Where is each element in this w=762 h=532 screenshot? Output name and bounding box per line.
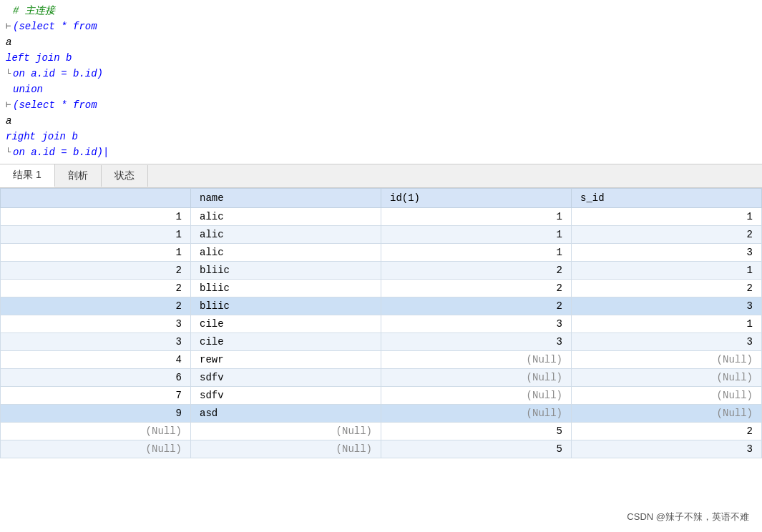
table-row: 2bliic23 [1,297,762,315]
cell-id1: 5 [381,440,572,458]
code-line-2: a [0,34,762,50]
cell-sid: 3 [572,440,762,458]
tab-analyze[interactable]: 剖析 [55,165,102,187]
cell-name: rewr [191,351,381,369]
cell-name: (Null) [191,440,381,458]
col-header-id1: id(1) [381,189,572,208]
code-line-6: a [0,113,762,129]
cell-id: 3 [1,333,191,351]
col-header-name: name [191,189,381,208]
cell-name: bliic [191,280,381,297]
col-header-rownum [1,189,191,208]
code-line-7: right join b [0,129,762,144]
cell-id: 3 [1,315,191,333]
table-row: 1alic13 [1,244,762,262]
cell-name: cile [191,333,381,351]
code-line-5: ⊢ (select * from [0,97,762,113]
table-row: 3cile33 [1,333,762,351]
table-header-row: name id(1) s_id [1,189,762,208]
cell-id: 2 [1,297,191,315]
code-line-union: union [0,82,762,97]
code-editor[interactable]: # 主连接 ⊢ (select * from a left join b └ o… [0,0,762,164]
cell-sid: (Null) [572,369,762,387]
table-row: 6sdfv(Null)(Null) [1,369,762,387]
cell-id1: 3 [381,315,572,333]
cell-sid: (Null) [572,351,762,369]
table-row: 2bliic21 [1,262,762,280]
cell-sid: (Null) [572,405,762,423]
cell-id: 1 [1,244,191,262]
cell-id1: (Null) [381,387,572,405]
cell-sid: 1 [572,208,762,226]
cell-id1: 5 [381,423,572,440]
cell-id: 1 [1,226,191,244]
cell-id: (Null) [1,423,191,440]
results-area: name id(1) s_id 1alic111alic121alic132bl… [0,188,762,458]
code-line-8: └ on a.id = b.id)| [0,144,762,160]
cell-id1: 1 [381,226,572,244]
cell-id: 6 [1,369,191,387]
cell-name: asd [191,405,381,423]
code-line-comment: # 主连接 [0,3,762,19]
cell-sid: (Null) [572,387,762,405]
cell-id: 2 [1,262,191,280]
cell-id1: (Null) [381,369,572,387]
table-row: 9asd(Null)(Null) [1,405,762,423]
cell-name: sdfv [191,369,381,387]
cell-id: 4 [1,351,191,369]
cell-sid: 2 [572,423,762,440]
tab-results[interactable]: 结果 1 [0,164,55,187]
cell-name: (Null) [191,423,381,440]
cell-sid: 3 [572,333,762,351]
cell-sid: 3 [572,297,762,315]
cell-name: bliic [191,297,381,315]
cell-name: alic [191,208,381,226]
cell-name: bliic [191,262,381,280]
cell-name: alic [191,226,381,244]
cell-id1: (Null) [381,405,572,423]
cell-id: 7 [1,387,191,405]
cell-id: 9 [1,405,191,423]
cell-id1: (Null) [381,351,572,369]
cell-name: cile [191,315,381,333]
cell-sid: 2 [572,280,762,297]
cell-sid: 3 [572,244,762,262]
table-row: 1alic11 [1,208,762,226]
tabs-bar: 结果 1 剖析 状态 [0,164,762,188]
table-row: 7sdfv(Null)(Null) [1,387,762,405]
table-row: 3cile31 [1,315,762,333]
cell-name: alic [191,244,381,262]
cell-id1: 1 [381,244,572,262]
cell-id: 1 [1,208,191,226]
code-line-1: ⊢ (select * from [0,19,762,34]
table-row: (Null)(Null)52 [1,423,762,440]
cell-id: (Null) [1,440,191,458]
cell-id1: 2 [381,280,572,297]
code-line-3: left join b [0,50,762,66]
cell-id1: 3 [381,333,572,351]
results-table: name id(1) s_id 1alic111alic121alic132bl… [0,188,762,458]
cell-sid: 2 [572,226,762,244]
code-line-4: └ on a.id = b.id) [0,66,762,82]
table-row: (Null)(Null)53 [1,440,762,458]
cell-id1: 2 [381,297,572,315]
col-header-sid: s_id [572,189,762,208]
table-row: 1alic12 [1,226,762,244]
table-row: 2bliic22 [1,280,762,297]
cell-name: sdfv [191,387,381,405]
cell-id: 2 [1,280,191,297]
tab-status[interactable]: 状态 [102,165,148,187]
cell-sid: 1 [572,315,762,333]
table-row: 4rewr(Null)(Null) [1,351,762,369]
cell-id1: 1 [381,208,572,226]
cell-id1: 2 [381,262,572,280]
cell-sid: 1 [572,262,762,280]
